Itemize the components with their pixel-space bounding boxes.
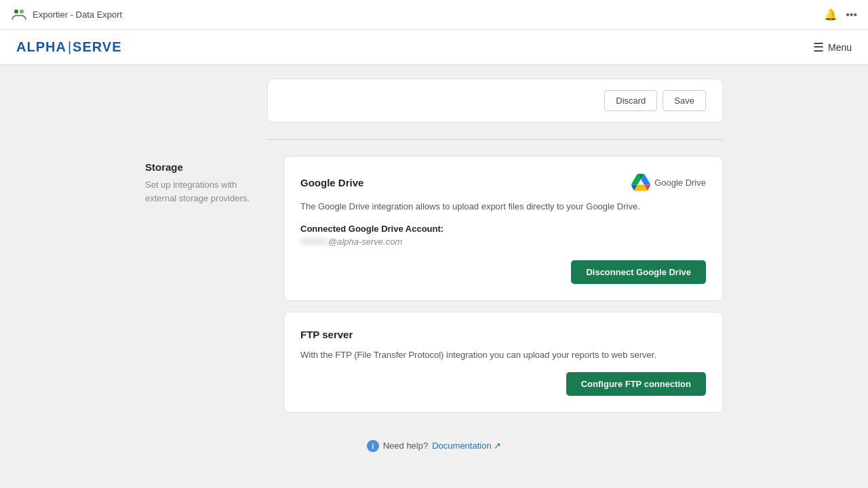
email-suffix: @alpha-serve.com [328,237,402,247]
discard-button[interactable]: Discard [604,90,657,111]
section-content: Google Drive Google Drive [283,156,723,424]
section-label: Storage Set up integrations with externa… [145,156,267,205]
save-button[interactable]: Save [663,90,706,111]
ftp-card-header: FTP server [300,329,706,340]
app-title: Exportier - Data Export [33,9,122,20]
top-bar: Exportier - Data Export 🔔 ••• [0,0,868,30]
divider [267,139,723,140]
google-drive-logo-label: Google Drive [654,178,706,188]
connected-account-label: Connected Google Drive Account: [300,224,706,234]
section-title: Storage [145,161,267,173]
main-content: Discard Save Storage Set up integrations… [0,65,868,488]
top-bar-right: 🔔 ••• [824,8,857,21]
ftp-description: With the FTP (File Transfer Protocol) in… [300,348,706,363]
connected-email: •••••••••@alpha-serve.com [300,237,706,247]
footer-help: i Need help? Documentation ↗ [145,440,723,452]
app-icon [11,7,27,23]
help-text: Need help? [383,441,429,451]
configure-ftp-button[interactable]: Configure FTP connection [566,372,706,396]
logo: ALPHA | SERVE [16,39,122,55]
logo-alpha: ALPHA [16,39,66,55]
ftp-actions: Configure FTP connection [300,372,706,396]
section-description: Set up integrations with external storag… [145,178,267,205]
ftp-title: FTP server [300,329,353,340]
menu-button[interactable]: ☰ Menu [813,40,852,55]
logo-serve: SERVE [73,39,121,55]
google-drive-card-header: Google Drive Google Drive [300,173,706,192]
info-icon: i [367,440,379,452]
svg-point-1 [20,9,24,14]
top-bar-left: Exportier - Data Export [11,7,122,23]
logo-divider: | [68,39,71,55]
google-drive-description: The Google Drive integration allows to u… [300,200,706,214]
bell-icon[interactable]: 🔔 [824,8,837,21]
storage-section: Storage Set up integrations with externa… [145,156,723,424]
hamburger-icon: ☰ [813,40,824,55]
documentation-link[interactable]: Documentation ↗ [432,441,501,451]
google-drive-card: Google Drive Google Drive [283,156,723,301]
google-drive-logo: Google Drive [631,173,706,192]
external-link-icon: ↗ [494,441,501,451]
content-area: Discard Save Storage Set up integrations… [129,79,739,452]
more-icon[interactable]: ••• [846,9,857,21]
google-drive-icon [631,173,650,192]
google-drive-title: Google Drive [300,177,363,188]
ftp-server-card: FTP server With the FTP (File Transfer P… [283,312,723,413]
nav-bar: ALPHA | SERVE ☰ Menu [0,30,868,65]
email-prefix: ••••••••• [300,237,328,247]
menu-label: Menu [828,42,852,53]
google-drive-actions: Disconnect Google Drive [300,260,706,284]
top-action-card: Discard Save [267,79,723,123]
svg-point-0 [14,9,18,14]
disconnect-google-drive-button[interactable]: Disconnect Google Drive [571,260,706,284]
